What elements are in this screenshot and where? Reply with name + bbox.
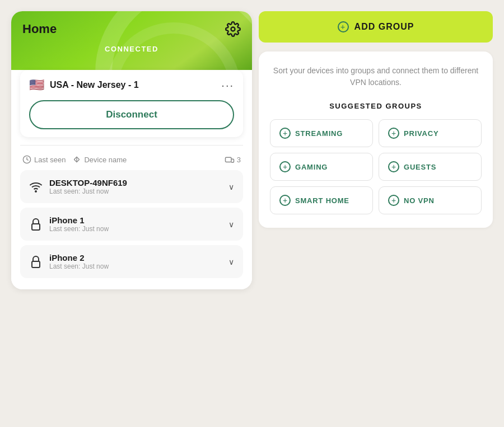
clock-icon	[22, 155, 31, 164]
device-info: iPhone 1 Last seen: Just now	[49, 215, 109, 233]
divider	[20, 145, 243, 146]
connection-status: CONNECTED	[22, 45, 241, 53]
sort-device-name[interactable]: Device name	[72, 155, 127, 164]
lock-icon	[29, 255, 43, 269]
list-item: iPhone 2 Last seen: Just now ∨	[20, 245, 243, 278]
svg-point-0	[231, 27, 235, 31]
right-description: Sort your devices into groups and connec…	[270, 65, 482, 88]
left-panel: Home CONNECTED 🇺🇸 USA - New Jersey - 1 ·…	[11, 11, 252, 289]
groups-grid: STREAMING PRIVACY GAMING GUESTS SMART HO…	[270, 119, 482, 214]
group-guests[interactable]: GUESTS	[379, 153, 482, 181]
group-no-vpn[interactable]: NO VPN	[379, 186, 482, 214]
more-options-button[interactable]: ···	[221, 79, 234, 92]
device-left: iPhone 2 Last seen: Just now	[29, 253, 109, 270]
sort-icon	[72, 155, 81, 164]
expand-device-button[interactable]: ∨	[228, 182, 234, 191]
group-streaming[interactable]: STREAMING	[270, 119, 373, 147]
device-list: DESKTOP-49NF619 Last seen: Just now ∨	[20, 170, 243, 278]
lock-icon	[29, 218, 43, 231]
plus-circle-icon	[388, 161, 399, 172]
add-group-button[interactable]: ADD GROUP	[259, 11, 493, 43]
main-container: Home CONNECTED 🇺🇸 USA - New Jersey - 1 ·…	[0, 0, 504, 427]
group-label: SMART HOME	[295, 196, 349, 205]
device-info: iPhone 2 Last seen: Just now	[49, 253, 109, 270]
device-info: DESKTOP-49NF619 Last seen: Just now	[49, 178, 127, 195]
flag-icon: 🇺🇸	[29, 78, 44, 92]
add-group-label: ADD GROUP	[354, 22, 414, 32]
device-count: 3	[225, 154, 241, 165]
device-name: iPhone 1	[49, 215, 109, 225]
plus-circle-icon	[279, 195, 291, 206]
device-left: iPhone 1 Last seen: Just now	[29, 215, 109, 233]
group-label: PRIVACY	[404, 129, 438, 138]
sort-row: Last seen Device name 3	[20, 152, 243, 170]
server-name: USA - New Jersey - 1	[50, 80, 139, 90]
connection-info: 🇺🇸 USA - New Jersey - 1 ···	[29, 78, 234, 92]
plus-circle-icon	[338, 21, 349, 32]
plus-circle-icon	[388, 128, 399, 139]
right-body: Sort your devices into groups and connec…	[259, 51, 493, 228]
list-item: DESKTOP-49NF619 Last seen: Just now ∨	[20, 170, 243, 203]
group-privacy[interactable]: PRIVACY	[379, 119, 482, 147]
plus-circle-icon	[388, 195, 399, 206]
page-title: Home	[22, 22, 57, 36]
expand-device-button[interactable]: ∨	[228, 257, 234, 266]
plus-circle-icon	[279, 128, 291, 139]
plus-circle-icon	[279, 161, 291, 172]
sort-last-seen[interactable]: Last seen	[22, 155, 66, 164]
device-last-seen: Last seen: Just now	[49, 262, 109, 270]
left-body: 🇺🇸 USA - New Jersey - 1 ··· Disconnect L…	[11, 70, 252, 289]
gear-icon[interactable]	[225, 21, 241, 37]
svg-rect-3	[225, 157, 231, 162]
svg-point-4	[35, 191, 36, 192]
device-name: iPhone 2	[49, 253, 109, 262]
sort-left: Last seen Device name	[22, 155, 127, 164]
svg-rect-6	[32, 261, 40, 268]
devices-icon	[225, 154, 235, 165]
group-smart-home[interactable]: SMART HOME	[270, 186, 373, 214]
group-label: GAMING	[295, 163, 328, 171]
disconnect-button[interactable]: Disconnect	[29, 100, 234, 129]
svg-rect-5	[32, 224, 40, 230]
group-label: STREAMING	[295, 129, 343, 138]
suggested-groups-title: SUGGESTED GROUPS	[270, 102, 482, 110]
device-left: DESKTOP-49NF619 Last seen: Just now	[29, 178, 127, 195]
right-panel: ADD GROUP Sort your devices into groups …	[259, 11, 493, 228]
list-item: iPhone 1 Last seen: Just now ∨	[20, 208, 243, 241]
group-gaming[interactable]: GAMING	[270, 153, 373, 181]
connection-left: 🇺🇸 USA - New Jersey - 1	[29, 78, 139, 92]
group-label: GUESTS	[404, 163, 436, 171]
device-last-seen: Last seen: Just now	[49, 187, 127, 195]
device-name: DESKTOP-49NF619	[49, 178, 127, 187]
device-last-seen: Last seen: Just now	[49, 225, 109, 233]
wifi-icon	[29, 180, 43, 194]
expand-device-button[interactable]: ∨	[228, 220, 234, 229]
header-top: Home	[22, 21, 241, 37]
group-label: NO VPN	[404, 196, 435, 205]
connection-card: 🇺🇸 USA - New Jersey - 1 ··· Disconnect	[20, 70, 243, 137]
